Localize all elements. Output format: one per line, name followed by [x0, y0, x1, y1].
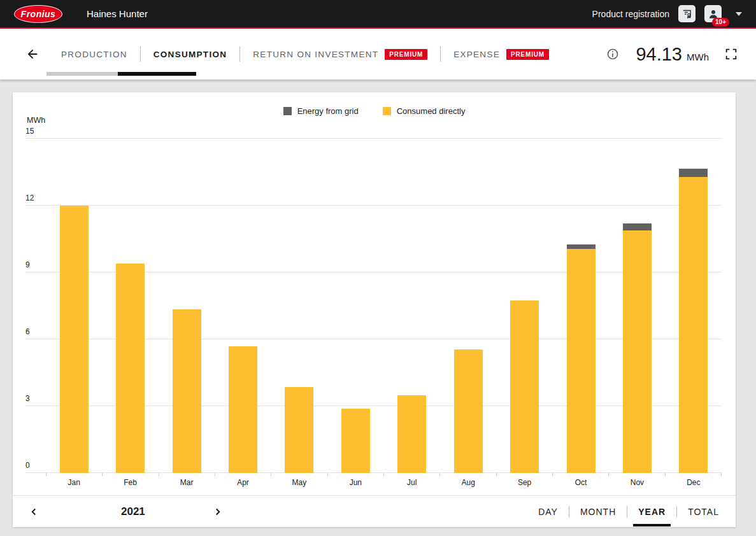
account-button[interactable]: 10+ — [704, 5, 722, 22]
bar-segment-consumed-directly — [341, 409, 370, 474]
tab-track — [46, 72, 118, 76]
x-axis-label-oct: Oct — [553, 478, 609, 487]
bar-sep[interactable] — [510, 300, 539, 473]
chevron-left-icon — [28, 506, 39, 518]
bar-jan[interactable] — [60, 206, 89, 473]
tab-expense[interactable]: EXPENSEPREMIUM — [453, 49, 549, 60]
view-divider — [627, 506, 627, 518]
chart-legend: Energy from gridConsumed directly — [13, 106, 736, 116]
bar-slot — [46, 206, 102, 473]
bar-oct[interactable] — [567, 244, 596, 473]
bar-slot — [159, 309, 215, 473]
view-divider — [569, 506, 569, 518]
x-tick — [215, 473, 271, 476]
x-tick — [271, 473, 327, 476]
top-bar: Fronius Haines Hunter Product registrati… — [0, 0, 756, 29]
bar-apr[interactable] — [229, 346, 257, 474]
legend-item-energy-from-grid[interactable]: Energy from grid — [283, 106, 359, 116]
bar-segment-consumed-directly — [116, 264, 145, 473]
x-axis-label-dec: Dec — [666, 478, 722, 487]
x-tick — [383, 473, 439, 476]
bar-aug[interactable] — [454, 349, 483, 473]
bar-segment-consumed-directly — [60, 206, 89, 473]
tab-label: PRODUCTION — [61, 50, 127, 59]
bar-feb[interactable] — [116, 264, 145, 473]
bar-segment-consumed-directly — [397, 395, 426, 474]
fronius-logo[interactable]: Fronius — [14, 5, 62, 23]
bar-segment-consumed-directly — [229, 346, 257, 474]
x-axis-label-jul: Jul — [384, 478, 440, 487]
info-icon[interactable] — [606, 48, 619, 60]
top-bar-actions: Product registration 10+ — [592, 5, 742, 22]
next-period-button[interactable] — [212, 506, 224, 518]
premium-badge: PREMIUM — [385, 49, 427, 60]
view-day[interactable]: DAY — [537, 507, 559, 517]
legend-swatch — [283, 107, 292, 115]
bar-nov[interactable] — [623, 223, 652, 473]
view-month[interactable]: MONTH — [579, 507, 617, 517]
x-tick — [102, 473, 158, 476]
bar-jul[interactable] — [397, 395, 426, 474]
x-tick — [608, 473, 664, 476]
tabs: PRODUCTIONCONSUMPTIONRETURN ON INVESTMEN… — [61, 46, 549, 62]
bar-segment-consumed-directly — [454, 349, 483, 473]
back-button[interactable] — [25, 47, 39, 61]
bar-segment-consumed-directly — [510, 300, 539, 473]
y-tick-label: 12 — [25, 194, 34, 202]
previous-period-button[interactable] — [28, 506, 39, 518]
bar-mar[interactable] — [173, 309, 201, 473]
bar-segment-consumed-directly — [567, 249, 596, 473]
product-registration-link[interactable]: Product registration — [592, 9, 669, 19]
legend-label: Consumed directly — [397, 106, 466, 116]
system-name: Haines Hunter — [87, 8, 148, 19]
premium-badge: PREMIUM — [506, 49, 549, 60]
bar-segment-consumed-directly — [285, 387, 313, 473]
y-tick-label: 3 — [25, 394, 30, 403]
x-axis-label-apr: Apr — [215, 478, 271, 487]
bar-dec[interactable] — [679, 169, 708, 473]
x-axis-labels: JanFebMarAprMayJunJulAugSepOctNovDec — [46, 478, 722, 487]
tab-consumption[interactable]: CONSUMPTION — [153, 50, 227, 59]
view-tabs-bar: PRODUCTIONCONSUMPTIONRETURN ON INVESTMEN… — [0, 29, 756, 80]
tab-divider — [140, 46, 141, 62]
period-label: 2021 — [121, 505, 145, 518]
product-registration-icon[interactable] — [678, 5, 695, 22]
bar-slot — [271, 387, 327, 473]
bar-slot — [496, 300, 552, 473]
legend-item-consumed-directly[interactable]: Consumed directly — [383, 106, 466, 116]
y-tick-label: 9 — [25, 260, 30, 269]
fullscreen-icon — [724, 47, 738, 61]
tab-divider — [239, 46, 240, 62]
bar-slot — [215, 346, 271, 474]
tab-label: RETURN ON INVESTMENT — [253, 50, 378, 59]
tab-return-on-investment[interactable]: RETURN ON INVESTMENTPREMIUM — [253, 49, 427, 60]
account-menu-caret-icon[interactable] — [736, 12, 742, 16]
chart-footer: 2021 DAYMONTHYEARTOTAL — [13, 496, 736, 527]
x-axis-label-jun: Jun — [327, 478, 383, 487]
bar-may[interactable] — [285, 387, 313, 473]
certificate-icon — [681, 8, 692, 19]
bar-segment-consumed-directly — [679, 177, 708, 474]
x-axis-label-feb: Feb — [102, 478, 158, 487]
view-total[interactable]: TOTAL — [687, 507, 720, 517]
chart-plot-area: 03691215 — [25, 139, 722, 473]
bar-segment-energy-from-grid — [623, 223, 652, 230]
bar-segment-consumed-directly — [173, 309, 201, 473]
bar-jun[interactable] — [341, 409, 370, 474]
tab-label: EXPENSE — [453, 50, 500, 59]
tab-production[interactable]: PRODUCTION — [61, 50, 127, 59]
x-tick — [439, 473, 496, 476]
x-axis-label-may: May — [271, 478, 327, 487]
x-axis-label-mar: Mar — [159, 478, 215, 487]
x-axis-label-aug: Aug — [440, 478, 496, 487]
total-consumption-unit: MWh — [687, 52, 709, 62]
x-axis-label-jan: Jan — [46, 478, 102, 487]
bar-segment-energy-from-grid — [567, 244, 596, 249]
nav-right: 94.13 MWh — [606, 44, 738, 65]
x-tick — [327, 473, 383, 476]
view-year[interactable]: YEAR — [637, 507, 667, 517]
bar-slot — [666, 169, 722, 473]
fullscreen-button[interactable] — [724, 47, 738, 61]
active-tab-indicator — [118, 72, 196, 76]
period-granularity-switch: DAYMONTHYEARTOTAL — [537, 506, 720, 518]
